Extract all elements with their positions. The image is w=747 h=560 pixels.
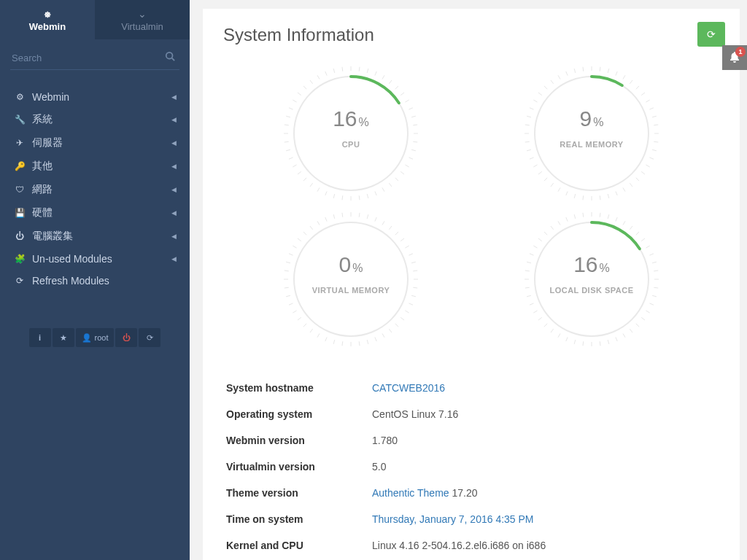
svg-line-96	[558, 75, 560, 79]
svg-line-97	[566, 71, 568, 76]
user-button[interactable]: 👤 root	[76, 328, 115, 347]
svg-line-94	[544, 86, 547, 89]
notifications-toggle[interactable]: 1	[722, 45, 747, 70]
svg-line-104	[375, 217, 376, 222]
svg-line-158	[646, 246, 649, 248]
svg-line-80	[558, 187, 560, 191]
svg-line-127	[333, 340, 335, 344]
svg-line-93	[538, 93, 542, 96]
svg-point-0	[166, 52, 173, 59]
svg-line-123	[367, 340, 368, 344]
svg-line-58	[636, 86, 639, 89]
user-icon: 👤	[82, 333, 92, 343]
svg-line-46	[310, 80, 313, 84]
favorite-button[interactable]: ★	[53, 328, 74, 347]
info-link[interactable]: CATCWEB2016	[372, 382, 445, 394]
svg-line-29	[333, 194, 335, 198]
svg-line-117	[405, 311, 409, 313]
info-value: Linux 4.16 2-504.16.2.el6.i686 on i686	[372, 540, 716, 551]
info-label: Operating system	[226, 408, 372, 420]
svg-line-23	[382, 187, 384, 191]
svg-line-124	[359, 341, 360, 346]
nav-label: Un-used Modules	[32, 253, 171, 265]
sidebar-toolbar: i ★ 👤 root ⏻ ⟳	[0, 328, 190, 347]
svg-line-44	[298, 93, 301, 96]
sidebar-item-2[interactable]: ✈伺服器◀	[0, 131, 190, 155]
svg-line-126	[342, 341, 343, 346]
logout-button[interactable]: ⏻	[115, 328, 137, 347]
svg-line-147	[333, 214, 335, 219]
sidebar-item-5[interactable]: 💾硬體◀	[0, 201, 190, 225]
svg-line-73	[616, 191, 617, 195]
tab-label: Virtualmin	[121, 21, 163, 32]
svg-line-170	[623, 333, 625, 337]
tab-webmin[interactable]: ⎈ Webmin	[0, 0, 95, 39]
svg-line-169	[630, 329, 632, 332]
svg-line-75	[600, 195, 600, 200]
refresh-sidebar-button[interactable]: ⟳	[139, 328, 160, 347]
svg-line-35	[293, 165, 296, 167]
svg-line-134	[289, 303, 293, 305]
svg-line-180	[544, 324, 547, 327]
sidebar-item-8[interactable]: ⟳Refresh Modules	[0, 270, 190, 292]
svg-line-18	[409, 158, 413, 159]
info-link[interactable]: Thursday, January 7, 2016 4:35 PM	[372, 513, 534, 525]
info-value: Thursday, January 7, 2016 4:35 PM	[372, 513, 716, 525]
svg-line-37	[286, 149, 290, 151]
gauge-label: LOCAL DISK SPACE	[475, 286, 708, 295]
svg-line-128	[325, 337, 327, 341]
gauge-label: VIRTUAL MEMORY	[234, 286, 468, 295]
svg-line-135	[286, 295, 290, 297]
search-input[interactable]	[10, 48, 179, 70]
svg-line-148	[342, 213, 343, 217]
sidebar-item-7[interactable]: 🧩Un-used Modules◀	[0, 248, 190, 270]
sidebar-item-0[interactable]: ⚙Webmin◀	[0, 86, 190, 108]
svg-line-4	[359, 67, 360, 71]
info-label: Virtualmin version	[226, 461, 372, 472]
sidebar-item-4[interactable]: 🛡網路◀	[0, 178, 190, 201]
tab-virtualmin[interactable]: ⌄ Virtualmin	[95, 0, 190, 39]
gauges-grid: 16%CPU9%REAL MEMORY0%VIRTUAL MEMORY16%LO…	[223, 58, 719, 370]
svg-line-25	[367, 194, 368, 198]
sidebar-item-3[interactable]: 🔑其他◀	[0, 155, 190, 178]
sidebar-item-1[interactable]: 🔧系統◀	[0, 108, 190, 131]
svg-line-145	[317, 221, 320, 225]
svg-line-181	[538, 317, 542, 320]
svg-line-130	[310, 329, 313, 332]
svg-line-142	[298, 238, 301, 241]
svg-line-10	[400, 93, 404, 96]
gauge-virtual-memory: 0%VIRTUAL MEMORY	[234, 210, 468, 356]
info-value: CATCWEB2016	[372, 382, 716, 394]
search-icon[interactable]	[165, 51, 175, 63]
info-value: 1.780	[372, 435, 716, 446]
svg-line-195	[566, 217, 568, 222]
info-label: Kernel and CPU	[226, 540, 372, 551]
svg-line-36	[289, 158, 293, 159]
sidebar: ⎈ Webmin ⌄ Virtualmin ⚙Webmin◀🔧系統◀✈伺服器◀🔑…	[0, 0, 190, 560]
panel: System Information ⟳ 16%CPU9%REAL MEMORY…	[203, 9, 740, 560]
refresh-icon: ⟳	[707, 28, 716, 40]
caret-left-icon: ◀	[171, 209, 177, 217]
svg-line-1	[172, 58, 175, 61]
svg-line-49	[333, 69, 335, 73]
svg-line-118	[400, 317, 404, 320]
info-button[interactable]: i	[29, 328, 51, 347]
info-row: Operating systemCentOS Linux 7.16	[223, 401, 719, 427]
info-label: System hostname	[226, 382, 372, 394]
theme-link[interactable]: Authentic Theme	[372, 487, 449, 499]
gauge-value: 16%	[475, 252, 708, 277]
sidebar-item-6[interactable]: ⏻電腦叢集◀	[0, 225, 190, 248]
svg-line-60	[646, 100, 649, 102]
caret-left-icon: ◀	[171, 255, 177, 262]
info-row: Webmin version1.780	[223, 427, 719, 454]
webmin-logo-icon: ⎈	[44, 8, 50, 20]
gauge-label: REAL MEMORY	[475, 140, 708, 149]
svg-line-43	[293, 100, 296, 102]
caret-left-icon: ◀	[171, 233, 177, 240]
svg-line-56	[623, 75, 625, 79]
svg-line-77	[583, 195, 584, 200]
svg-line-71	[630, 183, 632, 187]
gauge-real-memory: 9%REAL MEMORY	[475, 64, 708, 210]
refresh-button[interactable]: ⟳	[697, 22, 725, 47]
gauge-value: 9%	[475, 106, 708, 131]
